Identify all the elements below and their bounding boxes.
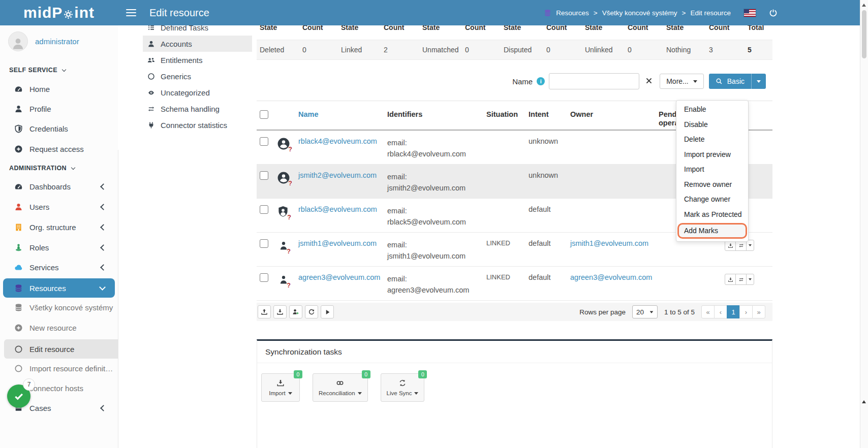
menu-item-import-preview[interactable]: Import preview bbox=[676, 147, 748, 163]
sidebar-item-label: Request access bbox=[29, 145, 84, 153]
search-input[interactable] bbox=[549, 73, 639, 89]
breadcrumb-edit-resource: Edit resource bbox=[690, 9, 731, 17]
breadcrumb-resources[interactable]: Resources bbox=[556, 9, 589, 17]
sidebar-item-profile[interactable]: Profile bbox=[4, 99, 118, 118]
scrollbar-thumb[interactable] bbox=[862, 10, 866, 58]
select-all-checkbox[interactable] bbox=[260, 110, 268, 119]
download-account-button[interactable] bbox=[725, 274, 736, 285]
hamburger-menu-icon[interactable] bbox=[126, 9, 136, 16]
situation-value bbox=[486, 199, 529, 232]
paging-summary: 1 to 5 of 5 bbox=[664, 308, 695, 316]
owner-link[interactable]: jsmith1@evolveum.com bbox=[570, 233, 659, 266]
sidebar-item-roles[interactable]: Roles bbox=[4, 238, 118, 257]
circle-icon bbox=[14, 364, 23, 373]
menu-item-connector-statistics[interactable]: Connector statistics bbox=[143, 117, 252, 133]
chevron-left-icon bbox=[100, 405, 107, 411]
rows-per-page-select[interactable]: 20 bbox=[632, 305, 658, 318]
row-checkbox[interactable] bbox=[260, 273, 268, 282]
menu-item-enable[interactable]: Enable bbox=[676, 102, 748, 117]
sidebar-item-label: Org. structure bbox=[29, 223, 76, 232]
situation-value: LINKED bbox=[486, 233, 529, 266]
row-checkbox[interactable] bbox=[260, 137, 268, 146]
account-name-link[interactable]: rblack5@evolveum.com bbox=[298, 199, 387, 232]
scroll-top-arrow-icon[interactable] bbox=[862, 400, 866, 403]
row-checkbox[interactable] bbox=[260, 171, 268, 180]
menu-item-change-owner[interactable]: Change owner bbox=[676, 192, 748, 207]
sidebar-item-label: Users bbox=[29, 203, 49, 211]
pagination: « ‹ 1 › » bbox=[701, 305, 765, 318]
menu-item-schema-handling[interactable]: Schema handling bbox=[143, 101, 252, 117]
play-button[interactable] bbox=[321, 305, 334, 318]
sidebar-section-administration[interactable]: ADMINISTRATION bbox=[9, 163, 110, 173]
download-icon bbox=[276, 379, 285, 387]
menu-item-mark-as-protected[interactable]: Mark as Protected bbox=[676, 207, 748, 222]
download-button[interactable] bbox=[273, 305, 287, 318]
first-page-button[interactable]: « bbox=[701, 305, 715, 318]
sidebar-item-org-structure[interactable]: Org. structure bbox=[4, 217, 118, 237]
column-header-name[interactable]: Name bbox=[298, 101, 387, 130]
account-person-question-icon bbox=[278, 239, 289, 252]
current-page-button[interactable]: 1 bbox=[727, 305, 740, 318]
row-menu-button[interactable] bbox=[746, 274, 754, 285]
upload-button[interactable] bbox=[258, 305, 271, 318]
owner-link[interactable]: agreen3@evolveum.com bbox=[570, 267, 659, 300]
account-name-link[interactable]: rblack4@evolveum.com bbox=[298, 131, 387, 164]
vertical-scrollbar[interactable] bbox=[860, 0, 868, 448]
account-name-link[interactable]: agreen3@evolveum.com bbox=[298, 267, 387, 300]
database-icon bbox=[14, 284, 23, 293]
sidebar-item-resources[interactable]: Resources bbox=[3, 278, 115, 298]
menu-item-entitlements[interactable]: Entitlements bbox=[143, 52, 252, 68]
menu-item-uncategorized[interactable]: Uncategorized bbox=[143, 84, 252, 101]
menu-item-disable[interactable]: Disable bbox=[676, 117, 748, 133]
sidebar-item-import-resource[interactable]: Import resource definit… bbox=[4, 359, 118, 378]
sidebar-item-home[interactable]: Home bbox=[4, 79, 118, 99]
live-sync-task-button[interactable]: 0 Live Sync bbox=[381, 373, 425, 402]
sidebar-item-dashboards[interactable]: Dashboards bbox=[4, 177, 118, 196]
sidebar-section-self-service[interactable]: SELF SERVICE bbox=[9, 65, 110, 75]
menu-item-remove-owner[interactable]: Remove owner bbox=[676, 177, 748, 193]
add-account-button[interactable] bbox=[289, 305, 302, 318]
account-name-link[interactable]: jsmith1@evolveum.com bbox=[298, 233, 387, 266]
scroll-up-arrow-icon[interactable] bbox=[862, 4, 866, 7]
plug-icon bbox=[147, 121, 155, 129]
search-mode-button[interactable]: Basic bbox=[709, 74, 766, 89]
account-name-link[interactable]: jsmith2@evolveum.com bbox=[298, 165, 387, 198]
more-filters-button[interactable]: More... bbox=[660, 74, 704, 89]
rows-per-page-value: 20 bbox=[636, 308, 644, 316]
user-profile-link[interactable]: administrator bbox=[8, 31, 79, 51]
owner-value bbox=[570, 131, 659, 164]
last-page-button[interactable]: » bbox=[752, 305, 765, 318]
row-checkbox[interactable] bbox=[260, 239, 268, 248]
sidebar-item-credentials[interactable]: Credentials bbox=[4, 119, 118, 138]
clear-search-icon[interactable] bbox=[645, 77, 654, 86]
language-flag-icon[interactable] bbox=[744, 9, 756, 17]
sidebar-item-new-resource[interactable]: New resource bbox=[4, 318, 118, 337]
reconciliation-task-button[interactable]: 0 Reconciliation bbox=[313, 373, 368, 402]
page-title: Edit resource bbox=[149, 7, 209, 19]
sidebar-item-all-resources[interactable]: Všetky koncové systémy bbox=[4, 298, 118, 317]
transfer-account-button[interactable] bbox=[735, 274, 747, 285]
menu-item-accounts[interactable]: Accounts bbox=[143, 36, 252, 52]
menu-item-import[interactable]: Import bbox=[676, 162, 748, 177]
menu-item-add-marks[interactable]: Add Marks bbox=[677, 223, 747, 239]
sidebar-item-users[interactable]: Users bbox=[4, 197, 118, 216]
next-page-button[interactable]: › bbox=[739, 305, 753, 318]
row-checkbox[interactable] bbox=[260, 205, 268, 214]
import-task-button[interactable]: 0 Import bbox=[261, 373, 300, 402]
menu-item-delete[interactable]: Delete bbox=[676, 132, 748, 147]
sidebar-item-edit-resource[interactable]: Edit resource bbox=[4, 339, 118, 359]
breadcrumb-all-resources[interactable]: Všetky koncové systémy bbox=[602, 9, 677, 17]
table-footer: Rows per page 20 1 to 5 of 5 « ‹ 1 › » bbox=[257, 303, 772, 321]
midpoint-logo[interactable]: midP int bbox=[0, 4, 118, 21]
refresh-button[interactable] bbox=[305, 305, 318, 318]
sidebar-item-request-access[interactable]: Request access bbox=[4, 139, 118, 158]
roles-icon bbox=[14, 243, 23, 252]
sidebar-item-services[interactable]: Services bbox=[4, 258, 118, 277]
home-dashboard-icon bbox=[14, 85, 23, 93]
menu-item-label: Accounts bbox=[161, 40, 192, 48]
search-mode-dropdown[interactable] bbox=[751, 74, 766, 89]
power-icon[interactable] bbox=[769, 9, 778, 17]
previous-page-button[interactable]: ‹ bbox=[714, 305, 727, 318]
menu-item-generics[interactable]: Generics bbox=[143, 68, 252, 84]
info-icon[interactable] bbox=[537, 77, 545, 85]
